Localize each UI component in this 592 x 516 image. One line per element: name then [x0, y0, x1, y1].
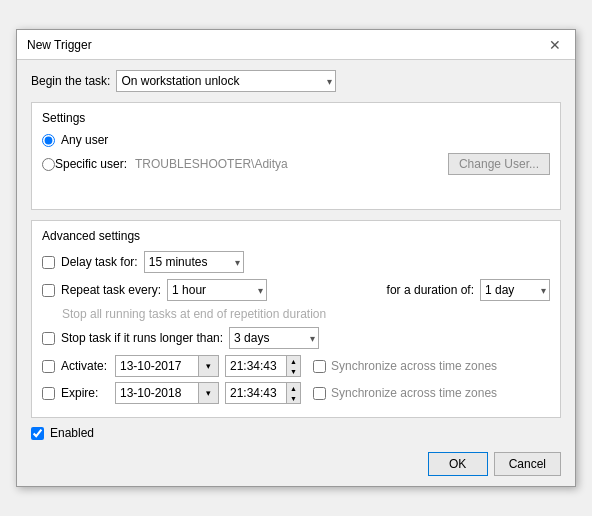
delay-task-row: Delay task for: 15 minutes 30 minutes 1 … [42, 251, 550, 273]
for-duration-wrapper: for a duration of: 1 day 12 hours 1 hour [387, 279, 550, 301]
close-button[interactable]: ✕ [545, 38, 565, 52]
advanced-settings-label: Advanced settings [42, 229, 550, 243]
activate-checkbox[interactable] [42, 360, 55, 373]
new-trigger-dialog: New Trigger ✕ Begin the task: On worksta… [16, 29, 576, 487]
ok-button[interactable]: OK [428, 452, 488, 476]
activate-row: Activate: ▾ ▲ ▼ Synchronize across time … [42, 355, 550, 377]
activate-label: Activate: [61, 359, 115, 373]
any-user-radio[interactable] [42, 134, 55, 147]
activate-time-input[interactable] [225, 355, 287, 377]
specific-user-row: Specific user: TROUBLESHOOTER\Aditya Cha… [42, 153, 550, 175]
for-duration-label: for a duration of: [387, 283, 474, 297]
begin-task-select[interactable]: On workstation unlock On a schedule At l… [116, 70, 336, 92]
repeat-task-checkbox[interactable] [42, 284, 55, 297]
expire-label: Expire: [61, 386, 115, 400]
stop-task-checkbox[interactable] [42, 332, 55, 345]
titlebar: New Trigger ✕ [17, 30, 575, 60]
expire-calendar-button[interactable]: ▾ [199, 382, 219, 404]
activate-time-up[interactable]: ▲ [287, 356, 300, 366]
any-user-row: Any user [42, 133, 550, 147]
delay-task-label: Delay task for: [61, 255, 138, 269]
settings-group: Settings Any user Specific user: TROUBLE… [31, 102, 561, 210]
specific-user-label: Specific user: [55, 157, 127, 171]
repeat-task-label: Repeat task every: [61, 283, 161, 297]
expire-time-spinners: ▲ ▼ [287, 382, 301, 404]
activate-sync-label: Synchronize across time zones [331, 359, 497, 373]
delay-task-select-wrapper: 15 minutes 30 minutes 1 hour [144, 251, 244, 273]
stop-task-row: Stop task if it runs longer than: 3 days… [42, 327, 550, 349]
delay-task-select[interactable]: 15 minutes 30 minutes 1 hour [144, 251, 244, 273]
repeat-task-select[interactable]: 1 hour 30 minutes 15 minutes [167, 279, 267, 301]
enabled-checkbox[interactable] [31, 427, 44, 440]
begin-task-row: Begin the task: On workstation unlock On… [31, 70, 561, 92]
any-user-label: Any user [61, 133, 108, 147]
expire-sync-label: Synchronize across time zones [331, 386, 497, 400]
activate-sync-checkbox[interactable] [313, 360, 326, 373]
for-duration-select[interactable]: 1 day 12 hours 1 hour [480, 279, 550, 301]
stop-all-row: Stop all running tasks at end of repetit… [42, 307, 550, 321]
cancel-button[interactable]: Cancel [494, 452, 561, 476]
activate-time-down[interactable]: ▼ [287, 366, 300, 376]
advanced-settings-group: Advanced settings Delay task for: 15 min… [31, 220, 561, 418]
expire-sync-wrapper: Synchronize across time zones [313, 386, 497, 400]
repeat-task-select-wrapper: 1 hour 30 minutes 15 minutes [167, 279, 267, 301]
activate-date-input[interactable] [115, 355, 199, 377]
activate-calendar-button[interactable]: ▾ [199, 355, 219, 377]
expire-checkbox[interactable] [42, 387, 55, 400]
enabled-label: Enabled [50, 426, 94, 440]
repeat-task-row: Repeat task every: 1 hour 30 minutes 15 … [42, 279, 550, 301]
specific-user-value: TROUBLESHOOTER\Aditya [135, 157, 288, 171]
expire-date-input[interactable] [115, 382, 199, 404]
stop-all-label: Stop all running tasks at end of repetit… [62, 307, 326, 321]
dialog-title: New Trigger [27, 38, 92, 52]
stop-task-select[interactable]: 3 days 1 day 2 hours [229, 327, 319, 349]
expire-time-down[interactable]: ▼ [287, 393, 300, 403]
expire-sync-checkbox[interactable] [313, 387, 326, 400]
expire-row: Expire: ▾ ▲ ▼ Synchronize across time zo… [42, 382, 550, 404]
delay-task-checkbox[interactable] [42, 256, 55, 269]
change-user-button[interactable]: Change User... [448, 153, 550, 175]
dialog-body: Begin the task: On workstation unlock On… [17, 60, 575, 486]
footer-buttons: OK Cancel [31, 448, 561, 476]
specific-user-radio[interactable] [42, 158, 55, 171]
activate-sync-wrapper: Synchronize across time zones [313, 359, 497, 373]
enabled-row: Enabled [31, 426, 561, 440]
stop-task-label: Stop task if it runs longer than: [61, 331, 223, 345]
begin-task-label: Begin the task: [31, 74, 110, 88]
activate-time-spinners: ▲ ▼ [287, 355, 301, 377]
begin-task-select-wrapper: On workstation unlock On a schedule At l… [116, 70, 336, 92]
for-duration-select-wrapper: 1 day 12 hours 1 hour [480, 279, 550, 301]
expire-time-up[interactable]: ▲ [287, 383, 300, 393]
settings-label: Settings [42, 111, 550, 125]
stop-task-select-wrapper: 3 days 1 day 2 hours [229, 327, 319, 349]
expire-time-input[interactable] [225, 382, 287, 404]
